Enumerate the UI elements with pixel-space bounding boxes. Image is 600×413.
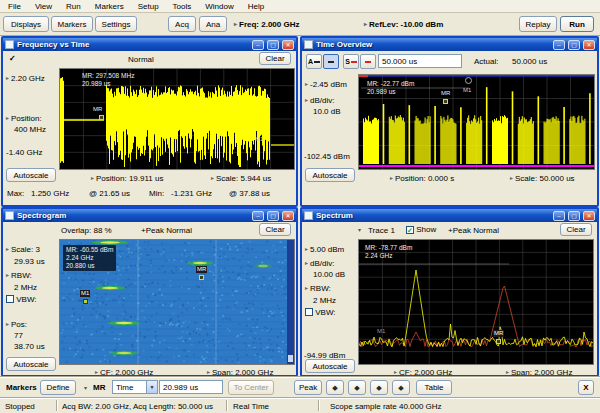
peak-right-button[interactable]: ◆	[392, 380, 410, 395]
clear-button[interactable]: Clear	[560, 223, 592, 236]
vbw-checkbox[interactable]: VBW:	[6, 295, 37, 304]
trace-mode-label[interactable]: Normal	[128, 55, 154, 64]
vbw-checkbox[interactable]: VBW:	[305, 308, 336, 317]
trace-selector[interactable]: Trace 1	[368, 226, 395, 235]
minimize-button[interactable]: –	[252, 40, 264, 50]
spectrum-titlebar[interactable]: Spectrum – ▢ ✕	[302, 209, 597, 222]
status-scale[interactable]: ▸Scale: 5.944 us	[211, 174, 271, 183]
status-span[interactable]: ▸Span: 2.000 GHz	[506, 368, 572, 377]
peak-lower-button[interactable]: ◆	[348, 380, 366, 395]
y-axis-top-label[interactable]: ▸5.00 dBm	[305, 245, 344, 254]
spectrum-offset-button[interactable]	[360, 54, 376, 69]
menu-view[interactable]: View	[35, 2, 52, 11]
acq-button[interactable]: Acq	[168, 16, 196, 32]
close-icon[interactable]: ✕	[583, 40, 595, 50]
freq-readout[interactable]: ▸Freq: 2.000 GHz	[234, 20, 299, 29]
maximize-button[interactable]: ▢	[267, 40, 279, 50]
trace-collapse-icon[interactable]: ▾	[358, 226, 361, 233]
time-overview-titlebar[interactable]: Time Overview – ▢ ✕	[302, 38, 597, 51]
menu-tools[interactable]: Tools	[173, 2, 192, 11]
status-position[interactable]: ▸Position: 19.911 us	[91, 174, 163, 183]
status-cf[interactable]: ▸CF: 2.000 GHz	[394, 368, 452, 377]
ana-button[interactable]: Ana	[199, 16, 227, 32]
reflev-readout[interactable]: ▸RefLev: -10.00 dBm	[364, 20, 443, 29]
db-div-label[interactable]: ▸dB/div:	[305, 259, 334, 268]
minimize-button[interactable]: –	[553, 211, 565, 221]
detection-label[interactable]: +Peak Normal	[141, 226, 192, 235]
autoscale-button[interactable]: Autoscale	[305, 168, 355, 182]
rbw-label[interactable]: ▸RBW:	[305, 284, 331, 293]
to-center-button[interactable]: To Center	[228, 380, 274, 395]
spectrum-length-button[interactable]: S	[343, 54, 359, 69]
status-scale[interactable]: ▸Scale: 50.000 us	[510, 174, 575, 183]
peak-button[interactable]: Peak	[294, 380, 322, 395]
marker-domain-select[interactable]: Time ▼	[112, 380, 158, 394]
maximize-button[interactable]: ▢	[568, 211, 580, 221]
menu-file[interactable]: File	[8, 2, 21, 11]
markers-button[interactable]: Markers	[51, 16, 93, 32]
define-button[interactable]: Define	[40, 380, 76, 395]
spectrum-plot[interactable]: MR: -78.77 dBm 2.24 GHz M1 MR	[358, 239, 594, 365]
analysis-length-button[interactable]: A	[306, 54, 322, 69]
marker-mr-handle[interactable]	[199, 275, 204, 280]
pos-value: 77	[14, 331, 23, 340]
y-axis-top-label[interactable]: ▸-2.45 dBm	[305, 80, 347, 89]
displays-button[interactable]: Displays	[3, 16, 49, 32]
minimize-button[interactable]: –	[553, 40, 565, 50]
settings-button[interactable]: Settings	[95, 16, 137, 32]
clear-button[interactable]: Clear	[259, 223, 291, 236]
status-span[interactable]: ▸Span: 2.000 GHz	[207, 368, 273, 377]
pos-label[interactable]: ▸Pos:	[6, 320, 27, 329]
run-button[interactable]: Run	[560, 16, 594, 32]
analysis-length-input[interactable]	[378, 54, 462, 68]
close-icon[interactable]: ✕	[282, 40, 294, 50]
marker-value-input[interactable]	[159, 380, 223, 394]
spectrogram-plot[interactable]: MR: -60.55 dBm 2.24 GHz 20.880 us MR M1	[59, 239, 295, 365]
menu-window[interactable]: Window	[205, 2, 233, 11]
frequency-vs-time-titlebar[interactable]: Frequency vs Time – ▢ ✕	[3, 38, 296, 51]
peak-higher-button[interactable]: ◆	[370, 380, 388, 395]
menu-help[interactable]: Help	[248, 2, 264, 11]
scale-label[interactable]: ▸Scale: 3	[6, 245, 40, 254]
menu-markers[interactable]: Markers	[95, 2, 124, 11]
selected-marker-label[interactable]: MR	[93, 383, 105, 392]
maximize-button[interactable]: ▢	[267, 211, 279, 221]
vbw-checkbox-box[interactable]	[305, 308, 313, 316]
table-button[interactable]: Table	[416, 380, 452, 395]
menu-setup[interactable]: Setup	[138, 2, 159, 11]
db-div-label[interactable]: ▸dB/div:	[305, 96, 334, 105]
peak-left-button[interactable]: ◆	[326, 380, 344, 395]
position-label[interactable]: ▸Position:	[6, 114, 42, 123]
time-overview-plot[interactable]: MR: -22.77 dBm 20.989 us MR M1	[358, 74, 595, 170]
autoscale-button[interactable]: Autoscale	[305, 359, 355, 373]
vbw-checkbox-box[interactable]	[6, 295, 14, 303]
spectrogram-titlebar[interactable]: Spectrogram – ▢ ✕	[3, 209, 296, 222]
marker-mr-handle[interactable]	[99, 115, 104, 120]
trace-enabled-check-icon[interactable]: ✓	[9, 54, 16, 63]
autoscale-button[interactable]: Autoscale	[6, 168, 56, 182]
frequency-vs-time-plot[interactable]: MR: 297.508 MHz 20.989 us MR M1	[59, 68, 295, 170]
marker-mr-handle[interactable]	[443, 99, 448, 104]
marker-m1-ring[interactable]	[465, 77, 472, 84]
status-cf[interactable]: ▸CF: 2.000 GHz	[95, 368, 153, 377]
autoscale-button[interactable]: Autoscale	[6, 357, 56, 371]
marker-mr-handle[interactable]	[496, 339, 501, 344]
status-position[interactable]: ▸Position: 0.000 s	[390, 174, 454, 183]
y-axis-top-label[interactable]: ▸2.20 GHz	[6, 74, 45, 83]
marker-select-collapse-icon[interactable]: ▾	[84, 384, 87, 391]
close-icon[interactable]: ✕	[282, 211, 294, 221]
clear-button[interactable]: Clear	[259, 52, 291, 65]
rbw-label[interactable]: ▸RBW:	[6, 271, 32, 280]
replay-button[interactable]: Replay	[519, 16, 557, 32]
marker-m1-handle[interactable]	[83, 299, 88, 304]
close-icon[interactable]: ✕	[583, 211, 595, 221]
analysis-offset-button[interactable]	[323, 54, 339, 69]
maximize-button[interactable]: ▢	[568, 40, 580, 50]
show-checkbox-box[interactable]: ✓	[406, 226, 414, 234]
dropdown-icon[interactable]: ▼	[146, 381, 157, 393]
show-checkbox[interactable]: ✓ Show	[406, 225, 436, 234]
close-markers-toolbar-button[interactable]: X	[578, 380, 594, 395]
minimize-button[interactable]: –	[252, 211, 264, 221]
menu-run[interactable]: Run	[66, 2, 81, 11]
detection-label[interactable]: +Peak Normal	[448, 226, 499, 235]
